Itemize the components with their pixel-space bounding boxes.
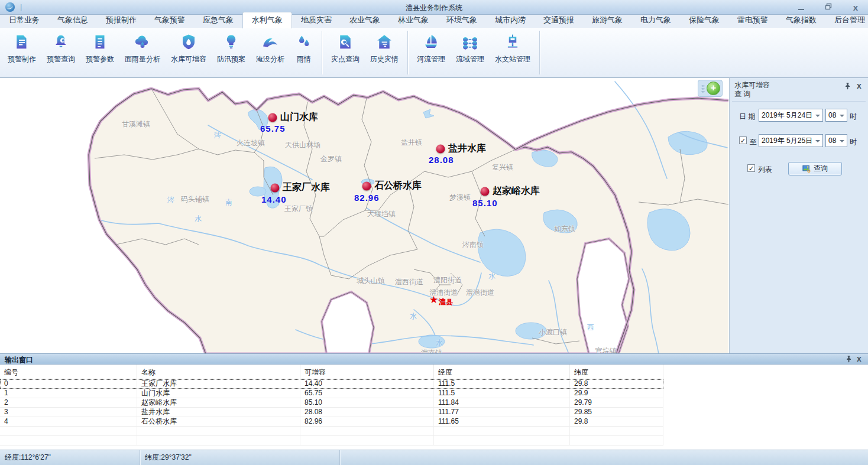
panel-pin-icon[interactable] (843, 82, 851, 90)
river-label: 西 (587, 323, 594, 333)
menu-item-14[interactable]: 电力气象 (631, 12, 680, 28)
cloud-drop-icon (134, 33, 151, 51)
query-button[interactable]: 查询 (788, 162, 842, 175)
town-label: 天供山林场 (285, 140, 320, 150)
menu-item-12[interactable]: 交通预报 (535, 12, 583, 28)
output-pin-icon[interactable] (844, 355, 853, 363)
shield-drop-icon (180, 33, 197, 51)
table-cell: 29.8 (570, 417, 663, 426)
table-cell: 3 (0, 408, 137, 417)
list-checkbox[interactable]: ✓ (747, 164, 755, 172)
reservoir-marker[interactable] (271, 184, 280, 193)
toolbar-button-doc-lines[interactable]: 预警参数 (80, 28, 119, 64)
table-cell: 2 (0, 398, 137, 407)
close-button[interactable]: x (849, 5, 862, 11)
reservoir-marker[interactable] (362, 182, 371, 191)
table-row-3[interactable]: 3盐井水库28.08111.7729.85 (0, 408, 663, 417)
table-cell: 盐井水库 (137, 408, 300, 417)
town-label: 澧西街道 (395, 277, 423, 287)
table-cell: 111.65 (434, 417, 570, 426)
table-header-cell[interactable]: 名称 (137, 365, 300, 379)
toolbar-button-label: 预警查询 (47, 54, 75, 64)
menu-item-3[interactable]: 预报制作 (97, 12, 145, 28)
menu-item-10[interactable]: 环境气象 (438, 12, 486, 28)
menu-item-13[interactable]: 旅游气象 (583, 12, 631, 28)
river-label: 涔 (167, 195, 174, 205)
reservoir-name-label: 王家厂水库 (283, 181, 330, 194)
minimize-button[interactable] (795, 4, 808, 12)
toolbar-button-bell-search[interactable]: 预警查询 (41, 28, 80, 64)
table-header-cell[interactable]: 编号 (0, 365, 137, 379)
date-to-combo[interactable]: 2019年 5月25日 (759, 134, 823, 147)
reservoir-name-label: 石公桥水库 (374, 180, 422, 192)
town-label: 如东镇 (554, 224, 575, 234)
table-empty-row (0, 436, 663, 446)
table-row-1[interactable]: 1山门水库65.75111.529.9 (0, 389, 663, 398)
sailboat-icon (422, 33, 440, 51)
drag-handle-icon[interactable] (701, 84, 705, 93)
menu-item-1[interactable]: 日常业务 (0, 12, 48, 28)
menu-item-15[interactable]: 保险气象 (680, 12, 728, 28)
toolbar-button-shield-drop[interactable]: 水库可增容 (166, 28, 212, 64)
table-header-row: 编号名称可增容经度纬度 (0, 365, 663, 379)
table-row-2[interactable]: 2赵家峪水库85.10111.8429.79 (0, 398, 663, 408)
table-cell: 111.77 (434, 408, 570, 417)
toolbar-button-house-storm[interactable]: 历史灾情 (365, 28, 404, 64)
toolbar-button-sailboat[interactable]: 河流管理 (412, 28, 451, 64)
toolbar-button-doc-edit[interactable]: 预警制作 (2, 28, 41, 64)
output-close-icon[interactable]: x (855, 355, 863, 363)
restore-button[interactable] (822, 3, 835, 12)
landmass (89, 89, 728, 353)
menu-item-17[interactable]: 气象指数 (777, 12, 825, 28)
house-storm-icon (375, 33, 393, 51)
menu-item-16[interactable]: 雷电预警 (728, 12, 777, 28)
reservoir-value-label: 28.08 (429, 155, 454, 165)
toolbar-separator (539, 31, 540, 74)
reservoir-name-label: 山门水库 (280, 111, 318, 123)
to-checkbox[interactable]: ✓ (739, 136, 747, 144)
table-row-4[interactable]: 4石公桥水库82.96111.6529.8 (0, 417, 663, 427)
menu-item-5[interactable]: 应急气象 (194, 12, 242, 28)
table-cell: 石公桥水库 (137, 417, 300, 426)
toolbar-button-cloud-drop[interactable]: 面雨量分析 (119, 28, 166, 64)
toolbar-button-label: 雨情 (297, 54, 311, 64)
town-label: 澧阳街道 (433, 275, 462, 285)
menu-item-7[interactable]: 地质灾害 (292, 12, 341, 28)
toolbar-button-waves[interactable]: 流域管理 (451, 28, 490, 64)
menu-item-4[interactable]: 气象预警 (145, 12, 194, 28)
panel-close-icon[interactable]: x (855, 82, 863, 90)
table-header-cell[interactable]: 纬度 (570, 365, 663, 379)
hour-to-combo[interactable]: 08 (825, 134, 847, 147)
table-header-cell[interactable]: 可增容 (300, 365, 434, 379)
reservoir-marker[interactable] (268, 113, 277, 122)
toolbar-button-label: 防汛预案 (217, 54, 245, 64)
toolbar-button-doc-search[interactable]: 灾点查询 (326, 28, 365, 64)
menu-item-18[interactable]: 后台管理 (825, 12, 868, 28)
map-area[interactable]: + 甘溪滩镇火连坡镇天供山林场金罗镇盐井镇复兴镇码头铺镇王家厂镇梦溪镇大堰垱镇涔… (0, 77, 729, 353)
hour-from-combo[interactable]: 08 (825, 109, 847, 122)
town-label: 盐井镇 (401, 138, 422, 148)
reservoir-marker[interactable] (436, 145, 445, 154)
toolbar-button-station[interactable]: 水文站管理 (490, 28, 536, 64)
map-add-button[interactable]: + (707, 82, 720, 95)
toolbar-button-drops[interactable]: 雨情 (290, 28, 318, 64)
table-row-0[interactable]: 0王家厂水库14.40111.529.8 (0, 379, 663, 389)
toolbar-button-wave[interactable]: 淹没分析 (251, 28, 290, 64)
menu-item-2[interactable]: 气象信息 (48, 12, 97, 28)
menu-item-6[interactable]: 水利气象 (242, 12, 292, 28)
table-cell: 0 (0, 379, 137, 388)
reservoir-marker[interactable] (481, 187, 490, 196)
waves-icon (461, 33, 479, 51)
table-cell: 111.5 (434, 389, 570, 398)
menu-item-11[interactable]: 城市内涝 (486, 12, 535, 28)
toolbar-button-bulb[interactable]: 防汛预案 (212, 28, 251, 64)
date-from-combo[interactable]: 2019年 5月24日 (759, 109, 823, 122)
reservoir-value-label: 85.10 (472, 198, 498, 208)
table-cell (300, 436, 434, 445)
menu-item-8[interactable]: 农业气象 (341, 12, 389, 28)
doc-search-icon (336, 33, 354, 51)
status-bar: 经度:112°6'27" 纬度:29°37'32" (0, 450, 868, 465)
table-cell (434, 436, 570, 445)
menu-item-9[interactable]: 林业气象 (389, 12, 438, 28)
table-header-cell[interactable]: 经度 (434, 365, 570, 379)
